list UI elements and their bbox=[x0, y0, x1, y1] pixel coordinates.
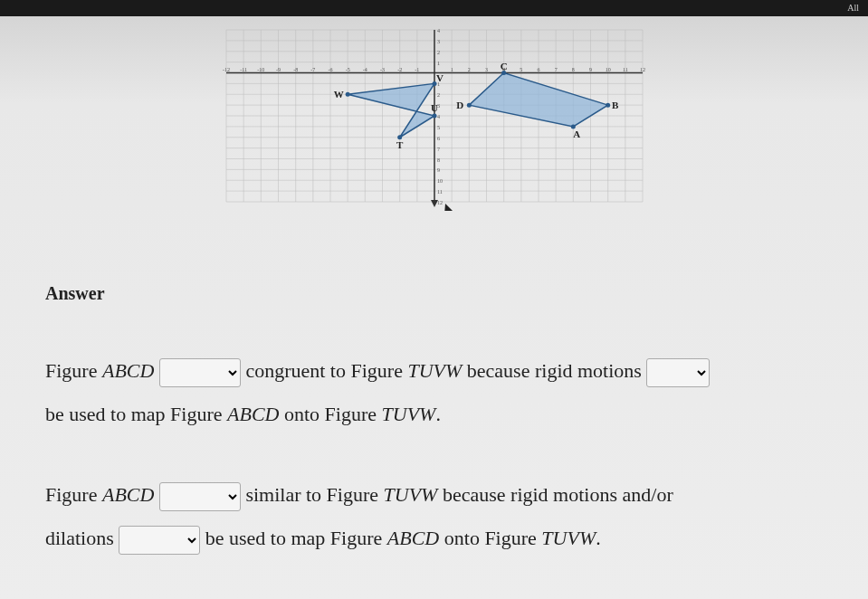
svg-text:-7: -7 bbox=[310, 67, 315, 72]
text: congruent to Figure bbox=[245, 359, 407, 382]
text: similar to Figure bbox=[245, 483, 383, 506]
question-block-2: Figure ABCD similar to Figure TUVW becau… bbox=[45, 473, 823, 561]
svg-text:U: U bbox=[431, 102, 438, 113]
svg-text:8: 8 bbox=[571, 67, 574, 72]
answer-section: Answer Figure ABCD congruent to Figure T… bbox=[18, 238, 850, 599]
svg-text:9: 9 bbox=[589, 67, 592, 72]
grid-svg: -12-11-10-9-8-7-6-5-4-3-2-11234567891011… bbox=[217, 21, 652, 211]
top-bar: All bbox=[0, 0, 868, 16]
svg-text:1: 1 bbox=[450, 67, 453, 72]
svg-text:3: 3 bbox=[485, 67, 488, 72]
svg-text:T: T bbox=[396, 139, 403, 150]
dilations-dropdown[interactable] bbox=[119, 526, 200, 555]
svg-text:2: 2 bbox=[437, 92, 440, 98]
text: because rigid motions bbox=[462, 359, 646, 382]
svg-text:C: C bbox=[500, 61, 507, 71]
svg-text:W: W bbox=[333, 89, 343, 100]
svg-text:A: A bbox=[573, 128, 580, 139]
figure-name: ABCD bbox=[102, 483, 154, 506]
svg-text:3: 3 bbox=[437, 39, 440, 44]
svg-point-101 bbox=[606, 103, 610, 108]
text: dilations bbox=[45, 527, 119, 549]
graph-area: -12-11-10-9-8-7-6-5-4-3-2-11234567891011… bbox=[18, 16, 850, 238]
figure-name: TUVW bbox=[541, 527, 596, 549]
svg-text:-3: -3 bbox=[380, 67, 385, 72]
question-block-1: Figure ABCD congruent to Figure TUVW bec… bbox=[45, 349, 823, 437]
svg-text:-6: -6 bbox=[328, 67, 332, 72]
svg-point-86 bbox=[345, 92, 349, 97]
svg-text:5: 5 bbox=[520, 67, 522, 72]
text: be used to map Figure bbox=[45, 403, 227, 425]
svg-text:6: 6 bbox=[437, 136, 440, 141]
svg-point-95 bbox=[501, 71, 506, 75]
svg-text:4: 4 bbox=[437, 114, 440, 119]
svg-text:-8: -8 bbox=[293, 67, 298, 72]
svg-text:11: 11 bbox=[437, 189, 443, 195]
motions-dropdown-1[interactable] bbox=[646, 358, 710, 387]
svg-text:-1: -1 bbox=[415, 67, 419, 72]
main-content: -12-11-10-9-8-7-6-5-4-3-2-11234567891011… bbox=[0, 16, 868, 599]
text: onto Figure bbox=[439, 527, 541, 549]
svg-text:9: 9 bbox=[437, 167, 440, 173]
svg-text:2: 2 bbox=[467, 67, 470, 72]
figure-name: TUVW bbox=[407, 359, 462, 382]
figure-name: ABCD bbox=[387, 527, 439, 549]
svg-text:12: 12 bbox=[640, 67, 645, 72]
svg-point-92 bbox=[432, 114, 436, 119]
svg-text:7: 7 bbox=[437, 147, 440, 152]
svg-text:10: 10 bbox=[605, 67, 610, 72]
text: because rigid motions and/or bbox=[437, 483, 672, 506]
svg-marker-103 bbox=[444, 204, 453, 211]
svg-text:-2: -2 bbox=[397, 67, 402, 72]
text: . bbox=[596, 527, 601, 549]
text: Figure bbox=[45, 359, 102, 382]
answer-heading: Answer bbox=[45, 283, 823, 304]
svg-text:4: 4 bbox=[437, 28, 440, 33]
svg-text:V: V bbox=[436, 72, 444, 83]
svg-text:B: B bbox=[611, 100, 618, 110]
text: be used to map Figure bbox=[205, 527, 387, 549]
svg-text:-4: -4 bbox=[362, 67, 367, 72]
similar-dropdown-1[interactable] bbox=[159, 482, 241, 511]
svg-text:11: 11 bbox=[622, 67, 627, 72]
svg-text:-12: -12 bbox=[223, 67, 230, 72]
figure-name: ABCD bbox=[227, 403, 279, 425]
congruent-dropdown-1[interactable] bbox=[159, 358, 241, 387]
svg-text:6: 6 bbox=[537, 67, 539, 72]
svg-text:10: 10 bbox=[437, 178, 443, 184]
svg-text:-10: -10 bbox=[257, 67, 264, 72]
coordinate-grid: -12-11-10-9-8-7-6-5-4-3-2-11234567891011… bbox=[217, 21, 652, 211]
svg-text:D: D bbox=[456, 100, 463, 110]
figure-name: TUVW bbox=[384, 483, 438, 506]
svg-marker-85 bbox=[348, 83, 434, 137]
topbar-label: All bbox=[847, 3, 859, 13]
svg-text:-5: -5 bbox=[345, 67, 349, 72]
svg-text:8: 8 bbox=[437, 157, 440, 163]
svg-text:12: 12 bbox=[437, 200, 443, 205]
text: onto Figure bbox=[279, 403, 381, 425]
svg-text:5: 5 bbox=[437, 125, 440, 130]
figure-name: TUVW bbox=[382, 403, 436, 425]
text: Figure bbox=[45, 483, 102, 506]
svg-point-97 bbox=[466, 103, 471, 108]
svg-text:-9: -9 bbox=[276, 67, 281, 72]
svg-text:1: 1 bbox=[437, 61, 440, 66]
svg-text:-11: -11 bbox=[240, 67, 247, 72]
text: . bbox=[435, 403, 441, 425]
svg-text:7: 7 bbox=[554, 67, 557, 72]
figure-name: ABCD bbox=[102, 359, 154, 382]
svg-text:2: 2 bbox=[437, 50, 440, 55]
